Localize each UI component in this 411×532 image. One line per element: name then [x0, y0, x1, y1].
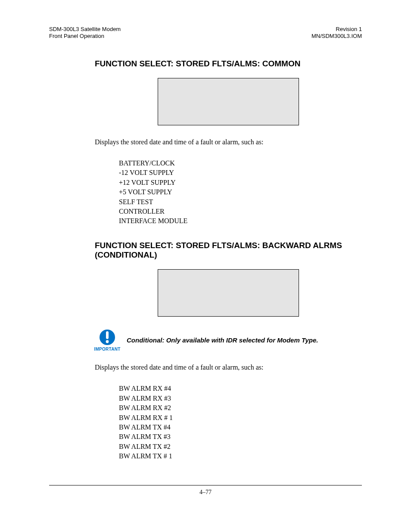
important-note: IMPORTANT Conditional: Only available wi…: [95, 329, 362, 352]
footer-rule: [49, 485, 362, 485]
list-item: BATTERY/CLOCK: [119, 159, 362, 168]
lcd-placeholder: [158, 269, 299, 317]
list-item: BW ALRM TX #2: [119, 442, 362, 451]
running-header: SDM-300L3 Satellite Modem Front Panel Op…: [49, 26, 362, 40]
page-footer: 4–77: [49, 485, 362, 496]
section-heading-common: FUNCTION SELECT: STORED FLTS/ALMS: COMMO…: [95, 59, 362, 68]
list-item: BW ALRM TX #3: [119, 432, 362, 442]
list-item: +5 VOLT SUPPLY: [119, 187, 362, 197]
important-icon: IMPORTANT: [95, 329, 120, 352]
important-text: Conditional: Only available with IDR sel…: [127, 336, 318, 344]
section1-list: BATTERY/CLOCK -12 VOLT SUPPLY +12 VOLT S…: [119, 159, 362, 226]
section1-intro: Displays the stored date and time of a f…: [95, 137, 362, 147]
list-item: CONTROLLER: [119, 207, 362, 216]
list-item: BW ALRM RX # 1: [119, 413, 362, 423]
header-right-line2: MN/SDM300L3.IOM: [311, 33, 362, 40]
list-item: INTERFACE MODULE: [119, 216, 362, 226]
header-left-line1: SDM-300L3 Satellite Modem: [49, 26, 121, 33]
list-item: -12 VOLT SUPPLY: [119, 168, 362, 177]
list-item: +12 VOLT SUPPLY: [119, 178, 362, 187]
header-right-line1: Revision 1: [311, 26, 362, 33]
list-item: SELF TEST: [119, 197, 362, 207]
section-heading-backward-alrms: FUNCTION SELECT: STORED FLTS/ALMS: BACKW…: [95, 241, 362, 260]
list-item: BW ALRM RX #4: [119, 384, 362, 393]
section2-intro: Displays the stored date and time of a f…: [95, 363, 362, 372]
list-item: BW ALRM TX #4: [119, 423, 362, 432]
list-item: BW ALRM TX # 1: [119, 451, 362, 461]
list-item: BW ALRM RX #3: [119, 394, 362, 403]
list-item: BW ALRM RX #2: [119, 403, 362, 413]
svg-point-2: [106, 340, 109, 343]
section2-list: BW ALRM RX #4 BW ALRM RX #3 BW ALRM RX #…: [119, 384, 362, 461]
lcd-placeholder: [158, 78, 299, 125]
header-left-line2: Front Panel Operation: [49, 33, 121, 40]
page-number: 4–77: [49, 489, 362, 496]
svg-rect-1: [106, 331, 109, 339]
important-caption: IMPORTANT: [94, 347, 120, 352]
